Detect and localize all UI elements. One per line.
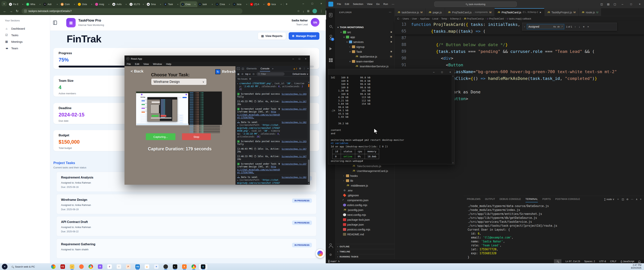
taskbar-app-notepad[interactable]: ≡ bbox=[114, 263, 124, 270]
task-select[interactable]: Wireframe Design ∨ bbox=[151, 78, 207, 85]
explorer-section-timeline[interactable]: ›TIMELINE bbox=[336, 249, 395, 254]
status-cursor-position[interactable]: Ln 97, Col 23 bbox=[566, 260, 580, 263]
floating-terminal-output[interactable]: Id] 160 B 99.8 kB 160 B 99.8 kB 160 B 99… bbox=[331, 76, 450, 163]
terminal-shell-select[interactable]: ∑ node ∨ bbox=[604, 198, 614, 201]
browser-tab-10[interactable]: ❖Task× bbox=[163, 1, 180, 7]
clear-console-icon[interactable]: ⊘ bbox=[241, 73, 243, 75]
refresh-button[interactable]: ↻ Refresh bbox=[215, 69, 236, 74]
taskbar-app-chrome[interactable] bbox=[86, 263, 96, 270]
tab-close-icon[interactable]: × bbox=[90, 3, 93, 6]
regex-icon[interactable]: .* bbox=[561, 26, 562, 28]
breadcrumb-item[interactable]: ProjTaskCard.js bbox=[467, 17, 484, 20]
tree-item--gitignore[interactable]: .gitignore bbox=[336, 193, 395, 198]
find-prev-icon[interactable]: ↑ bbox=[574, 25, 576, 28]
explorer-section-outline[interactable]: ›OUTLINE bbox=[336, 244, 395, 249]
tree-item-signup[interactable]: ›signup bbox=[336, 44, 395, 49]
find-in-selection-icon[interactable]: ≡ bbox=[582, 25, 585, 28]
activity-search-icon[interactable] bbox=[326, 22, 336, 31]
panel-tab-problems[interactable]: PROBLEMS bbox=[467, 196, 480, 202]
manage-project-button[interactable]: ⚙Manage Project bbox=[289, 32, 320, 40]
devtools-kebab-icon[interactable]: ⋮ bbox=[303, 67, 305, 70]
panel-tab-debug-console[interactable]: DEBUG CONSOLE bbox=[500, 196, 521, 202]
close-button[interactable]: × bbox=[446, 71, 454, 73]
browser-menu-icon[interactable]: ⋮ bbox=[320, 9, 323, 13]
panel-tab-ports[interactable]: PORTS bbox=[542, 196, 551, 202]
log-source-link[interactable]: ScreenshotApp.js:182 bbox=[282, 121, 306, 138]
console-sidebar-icon[interactable]: ▣ bbox=[237, 73, 240, 75]
extensions-icon[interactable]: ⊞ bbox=[307, 9, 310, 13]
editor-tab-3[interactable]: JSProjTaskCard.js...\componentsM bbox=[445, 8, 494, 16]
taskbar-app-file-explorer[interactable]: ▱ bbox=[68, 263, 77, 270]
status-eol[interactable]: CRLF bbox=[610, 260, 616, 263]
devtools-tab-elements[interactable]: Elements bbox=[246, 66, 258, 71]
browser-tab-11[interactable]: ⊙Crea× bbox=[180, 1, 197, 7]
terminal-output[interactable]: ./node_modules/typeorm/data-source/DataS… bbox=[468, 204, 640, 254]
extension-bubble[interactable] bbox=[316, 249, 324, 258]
vscode-menu-selection[interactable]: Selection bbox=[351, 3, 365, 6]
whole-word-icon[interactable]: ab bbox=[557, 26, 560, 28]
tab-close-icon[interactable]: × bbox=[177, 3, 179, 6]
close-button[interactable]: × bbox=[317, 0, 326, 7]
taskbar-app-vlc[interactable]: ▲ bbox=[142, 263, 152, 270]
close-button[interactable]: × bbox=[305, 57, 306, 60]
taskbar-app-terminal[interactable]: >_ bbox=[170, 263, 180, 270]
tree-item-usermanagementcard-js[interactable]: JSUserManagementCard.js bbox=[336, 168, 395, 173]
taskbar-app-winrar[interactable]: R bbox=[96, 263, 105, 270]
vscode-menu-more[interactable]: ⋯ bbox=[390, 3, 396, 6]
tab-close-icon[interactable]: × bbox=[160, 3, 162, 6]
maximize-button[interactable]: □ bbox=[438, 71, 446, 73]
tab-close-icon[interactable]: × bbox=[74, 3, 76, 6]
explorer-section-running-tasks[interactable]: ›RUNNING TASKS bbox=[336, 254, 395, 259]
tab-close-icon[interactable]: × bbox=[194, 3, 196, 6]
forward-icon[interactable]: → bbox=[9, 9, 13, 13]
activity-source-control-icon[interactable]: 7 bbox=[326, 33, 336, 42]
layout-icon-2[interactable]: ▤ bbox=[605, 3, 612, 6]
reload-icon[interactable]: ↻ bbox=[16, 9, 18, 13]
tree-item-jsconfig-json[interactable]: JSjsconfig.json bbox=[336, 207, 395, 212]
breadcrumb-item[interactable]: AppData bbox=[420, 17, 430, 20]
browser-tab-16[interactable]: loca× bbox=[266, 1, 284, 7]
floating-terminal-scrollbar[interactable]: ∧ ∨ bbox=[452, 75, 454, 164]
tab-close-icon[interactable]: × bbox=[228, 3, 231, 6]
tab-close-icon[interactable]: × bbox=[22, 3, 24, 6]
taskbar-app-star[interactable]: ✦ bbox=[152, 263, 161, 270]
editor-tab-4[interactable]: JSProjTaskCard.jsC:\...\fz3temp-2× bbox=[494, 8, 544, 16]
notifications-bell-icon[interactable] bbox=[638, 260, 640, 262]
tree-item-app[interactable]: ∨app bbox=[336, 35, 395, 39]
editor-tab-5[interactable]: JSTaskByProject.jsM bbox=[544, 8, 579, 16]
log-source-link[interactable]: ScreenshotApp.js:182 bbox=[282, 176, 306, 185]
tree-item-team-member[interactable]: ∨team-member bbox=[336, 59, 395, 64]
vscode-menu-file[interactable]: File bbox=[335, 3, 343, 6]
split-terminal-icon[interactable]: ◫ bbox=[622, 198, 624, 201]
tree-item-components-json[interactable]: ∕∕components.json bbox=[336, 198, 395, 202]
status-language-mode[interactable]: {} JavaScript bbox=[620, 260, 634, 263]
panel-tab-postman-console[interactable]: POSTMAN CONSOLE bbox=[555, 196, 580, 202]
tab-search-button[interactable]: ∨ bbox=[2, 1, 7, 6]
menu-view[interactable]: View bbox=[144, 63, 149, 65]
expand-arrow-icon[interactable]: ▸ bbox=[237, 179, 240, 181]
tab-close-icon[interactable]: × bbox=[125, 3, 127, 6]
menu-edit[interactable]: Edit bbox=[135, 63, 139, 65]
breadcrumb-item[interactable]: Local bbox=[432, 17, 438, 20]
browser-tab-14[interactable]: ⊙loca× bbox=[232, 1, 249, 7]
match-case-icon[interactable]: Aa bbox=[554, 26, 556, 28]
kill-terminal-icon[interactable]: ⊘ bbox=[626, 198, 628, 201]
browser-tab-9[interactable]: ◉Sma× bbox=[146, 1, 163, 7]
breadcrumb-item[interactable]: Users bbox=[403, 17, 409, 20]
status-search-icon[interactable] bbox=[554, 259, 562, 263]
browser-profile-avatar[interactable] bbox=[312, 9, 317, 13]
vscode-menu-view[interactable]: View bbox=[365, 3, 374, 6]
breadcrumb-item[interactable]: fz3temp-2 bbox=[450, 17, 461, 20]
new-terminal-icon[interactable]: ＋ bbox=[617, 197, 619, 201]
minimize-button[interactable]: – bbox=[292, 57, 294, 60]
taskbar-app-react-app[interactable]: ⊙ bbox=[198, 263, 208, 270]
tab-close-icon[interactable]: × bbox=[540, 11, 541, 14]
layout-icon-1[interactable]: ◫ bbox=[598, 3, 605, 6]
taskbar-app-xampp[interactable]: X bbox=[180, 263, 189, 270]
find-expand-icon[interactable]: › bbox=[524, 26, 525, 28]
activity-extensions-icon[interactable] bbox=[326, 56, 336, 65]
log-source-link[interactable]: ScreenshotApp.js:237 bbox=[282, 163, 306, 174]
breadcrumb-item[interactable]: User bbox=[412, 17, 417, 20]
expand-arrow-icon[interactable]: ▸ bbox=[237, 82, 238, 91]
tab-close-icon[interactable]: × bbox=[246, 3, 248, 6]
